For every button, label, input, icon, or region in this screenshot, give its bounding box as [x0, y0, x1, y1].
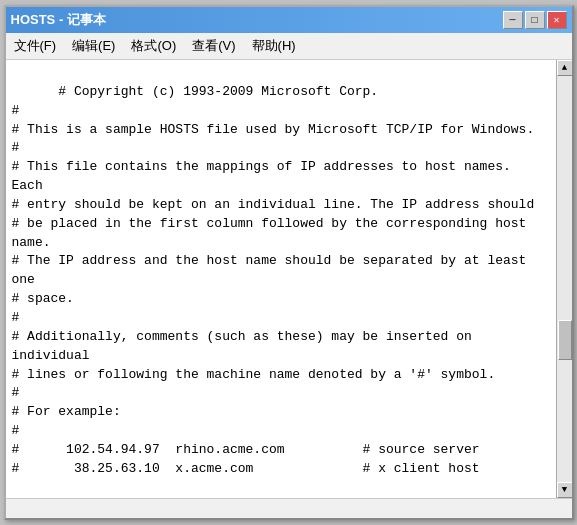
- scrollbar-track[interactable]: [557, 76, 572, 482]
- content-area: # Copyright (c) 1993-2009 Microsoft Corp…: [6, 60, 572, 498]
- title-bar-buttons: ─ □ ✕: [503, 11, 567, 29]
- scroll-up-button[interactable]: ▲: [557, 60, 572, 76]
- maximize-button[interactable]: □: [525, 11, 545, 29]
- title-bar: HOSTS - 记事本 ─ □ ✕: [6, 7, 572, 33]
- menu-edit[interactable]: 编辑(E): [64, 35, 123, 57]
- menu-help[interactable]: 帮助(H): [244, 35, 304, 57]
- main-text: # Copyright (c) 1993-2009 Microsoft Corp…: [12, 84, 535, 498]
- vertical-scrollbar[interactable]: ▲ ▼: [556, 60, 572, 498]
- close-button[interactable]: ✕: [547, 11, 567, 29]
- scroll-down-button[interactable]: ▼: [557, 482, 572, 498]
- notepad-window: HOSTS - 记事本 ─ □ ✕ 文件(F) 编辑(E) 格式(O) 查看(V…: [4, 5, 574, 520]
- menu-view[interactable]: 查看(V): [184, 35, 243, 57]
- minimize-button[interactable]: ─: [503, 11, 523, 29]
- menu-file[interactable]: 文件(F): [6, 35, 65, 57]
- menu-bar: 文件(F) 编辑(E) 格式(O) 查看(V) 帮助(H): [6, 33, 572, 60]
- window-title: HOSTS - 记事本: [11, 11, 106, 29]
- text-editor[interactable]: # Copyright (c) 1993-2009 Microsoft Corp…: [6, 60, 556, 498]
- menu-format[interactable]: 格式(O): [123, 35, 184, 57]
- status-bar: [6, 498, 572, 518]
- scrollbar-thumb[interactable]: [558, 320, 572, 360]
